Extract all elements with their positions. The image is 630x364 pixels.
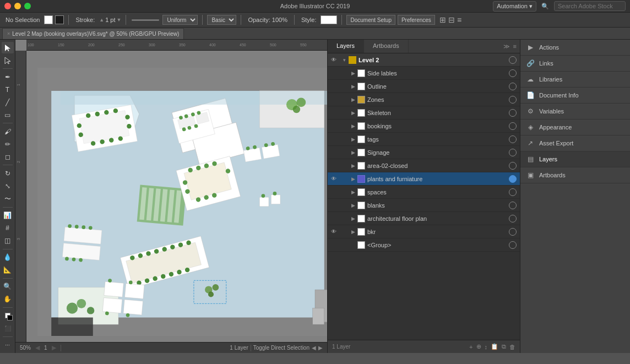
- layer-expand-bkr[interactable]: ▶: [349, 229, 357, 235]
- rectangle-tool[interactable]: ▭: [2, 109, 14, 121]
- stroke-stepper[interactable]: ▲ 1 pt ▼: [99, 17, 121, 23]
- layer-row-bkr[interactable]: 👁 ▶ bkr: [328, 225, 520, 238]
- text-tool[interactable]: T: [2, 84, 14, 95]
- canvas-area[interactable]: 100 150 200 250 300 350 400 450 500 550 …: [15, 40, 327, 353]
- panel-item-document-info[interactable]: 📄 Document Info: [520, 88, 630, 104]
- layer-row-tags[interactable]: 👁 ▶ tags: [328, 133, 520, 146]
- graph-tool[interactable]: 📊: [2, 210, 14, 221]
- panel-item-libraries[interactable]: ☁ Libraries: [520, 72, 630, 88]
- zoom-tool[interactable]: 🔍: [2, 281, 14, 292]
- tab-layers[interactable]: Layers: [328, 40, 364, 53]
- paintbrush-tool[interactable]: 🖌: [2, 126, 14, 137]
- layer-row-level2[interactable]: 👁 ▾ Level 2: [328, 53, 520, 67]
- layer-expand-area02closed[interactable]: ▶: [349, 163, 357, 169]
- layer-vis-side-lables[interactable]: 👁: [328, 70, 340, 76]
- menu-icon[interactable]: ≡: [457, 15, 461, 24]
- search-stock-input[interactable]: [554, 1, 626, 11]
- layer-row-signage[interactable]: 👁 ▶ Signage: [328, 146, 520, 159]
- layers-panel-menu[interactable]: ≡: [513, 43, 517, 50]
- profile-select[interactable]: Basic: [207, 15, 236, 25]
- layer-expand-plants-furniture[interactable]: ▶: [349, 176, 357, 182]
- close-button[interactable]: [4, 3, 11, 9]
- active-tab[interactable]: × Level 2 Map (booking overlays)V6.svg* …: [2, 28, 184, 39]
- pencil-tool[interactable]: ✏: [2, 138, 14, 150]
- layer-expand-skeleton[interactable]: ▶: [349, 110, 357, 116]
- stroke-style-select[interactable]: Uniform: [162, 15, 198, 25]
- panel-icon[interactable]: ⊟: [448, 15, 455, 24]
- layer-expand-outline[interactable]: ▶: [349, 84, 357, 89]
- layer-vis-bookings[interactable]: 👁: [328, 123, 340, 129]
- layer-vis-signage[interactable]: 👁: [328, 149, 340, 155]
- layer-row-bookings[interactable]: 👁 ▶ bookings: [328, 119, 520, 133]
- arrow-left[interactable]: ◀: [312, 345, 316, 351]
- panel-item-layers[interactable]: ▤ Layers: [520, 151, 630, 167]
- layer-expand-arch-floor[interactable]: ▶: [349, 216, 357, 221]
- layer-vis-outline[interactable]: 👁: [328, 83, 340, 89]
- color-mode-icon[interactable]: ⬛: [2, 323, 14, 334]
- panel-item-links[interactable]: 🔗 Links: [520, 56, 630, 72]
- automation-button[interactable]: Automation ▾: [493, 1, 536, 12]
- layer-row-group[interactable]: 👁 <Group>: [328, 238, 520, 252]
- panel-item-actions[interactable]: ▶ Actions: [520, 40, 630, 56]
- minimize-button[interactable]: [14, 3, 21, 9]
- layer-expand-level2[interactable]: ▾: [340, 57, 349, 63]
- toggle-label[interactable]: Toggle Direct Selection: [253, 345, 309, 351]
- layers-page-icon[interactable]: 📋: [491, 343, 498, 350]
- layers-panel-expand[interactable]: ≫: [503, 43, 510, 50]
- layer-vis-area02closed[interactable]: 👁: [328, 162, 340, 169]
- layer-row-spaces[interactable]: 👁 ▶ spaces: [328, 186, 520, 199]
- preferences-button[interactable]: Preferences: [398, 15, 435, 25]
- layers-duplicate-icon[interactable]: ⧉: [502, 343, 506, 350]
- layers-new-layer-icon[interactable]: +: [469, 344, 472, 350]
- layer-row-zones[interactable]: 👁 ▶ Zones: [328, 93, 520, 106]
- document-setup-button[interactable]: Document Setup: [346, 15, 395, 25]
- panel-item-asset-export[interactable]: ↗ Asset Export: [520, 135, 630, 151]
- arrow-right[interactable]: ▶: [318, 345, 323, 351]
- layer-row-outline[interactable]: 👁 ▶ Outline: [328, 80, 520, 93]
- canvas-content[interactable]: [37, 51, 327, 342]
- layer-vis-tags[interactable]: 👁: [328, 136, 340, 142]
- layer-vis-plants-furniture[interactable]: 👁: [328, 176, 340, 182]
- workspace-icon[interactable]: ⊞: [439, 15, 446, 24]
- layer-vis-blanks[interactable]: 👁: [328, 202, 340, 208]
- layer-vis-level2[interactable]: 👁: [328, 57, 340, 63]
- layer-expand-blanks[interactable]: ▶: [349, 203, 357, 208]
- layers-move-icon[interactable]: ↕: [485, 344, 488, 350]
- layer-row-skeleton[interactable]: 👁 ▶ Skeleton: [328, 106, 520, 119]
- pen-tool[interactable]: ✒: [2, 71, 14, 83]
- panel-item-variables[interactable]: ⚙ Variables: [520, 104, 630, 119]
- maximize-button[interactable]: [24, 3, 31, 9]
- selection-tool[interactable]: [2, 42, 14, 53]
- layer-expand-spaces[interactable]: ▶: [349, 189, 357, 195]
- layer-vis-bkr[interactable]: 👁: [328, 229, 340, 235]
- fill-color-box[interactable]: [44, 15, 53, 24]
- panel-item-artboards[interactable]: ▣ Artboards: [520, 167, 630, 183]
- warp-tool[interactable]: 〜: [2, 193, 14, 205]
- line-tool[interactable]: ╱: [2, 96, 14, 108]
- layer-row-side-lables[interactable]: 👁 ▶ Side lables: [328, 67, 520, 80]
- rotate-tool[interactable]: ↻: [2, 167, 14, 179]
- tab-artboards[interactable]: Artboards: [364, 40, 409, 53]
- more-tools[interactable]: ···: [2, 339, 14, 351]
- tab-close[interactable]: ×: [7, 31, 10, 36]
- style-color-box[interactable]: [321, 15, 337, 24]
- layer-vis-spaces[interactable]: 👁: [328, 189, 340, 195]
- layer-row-arch-floor[interactable]: 👁 ▶ architectural floor plan: [328, 212, 520, 225]
- scale-tool[interactable]: ⤡: [2, 180, 14, 192]
- direct-selection-tool[interactable]: [2, 55, 14, 66]
- eraser-tool[interactable]: ◻: [2, 151, 14, 162]
- layer-vis-skeleton[interactable]: 👁: [328, 110, 340, 116]
- layer-vis-arch-floor[interactable]: 👁: [328, 215, 340, 221]
- gradient-tool[interactable]: ◫: [2, 235, 14, 247]
- stroke-color-box[interactable]: [55, 15, 64, 24]
- layers-new-sublayer-icon[interactable]: ⊕: [476, 343, 481, 350]
- fill-indicator[interactable]: [2, 310, 14, 322]
- hand-tool[interactable]: ✋: [2, 294, 14, 305]
- layer-expand-side-lables[interactable]: ▶: [349, 70, 357, 76]
- layer-expand-bookings[interactable]: ▶: [349, 123, 357, 129]
- layers-delete-icon[interactable]: 🗑: [509, 344, 515, 350]
- layer-expand-zones[interactable]: ▶: [349, 97, 357, 102]
- layer-row-blanks[interactable]: 👁 ▶ blanks: [328, 199, 520, 212]
- layer-row-area02closed[interactable]: 👁 ▶ area-02-closed: [328, 159, 520, 172]
- layer-expand-signage[interactable]: ▶: [349, 150, 357, 155]
